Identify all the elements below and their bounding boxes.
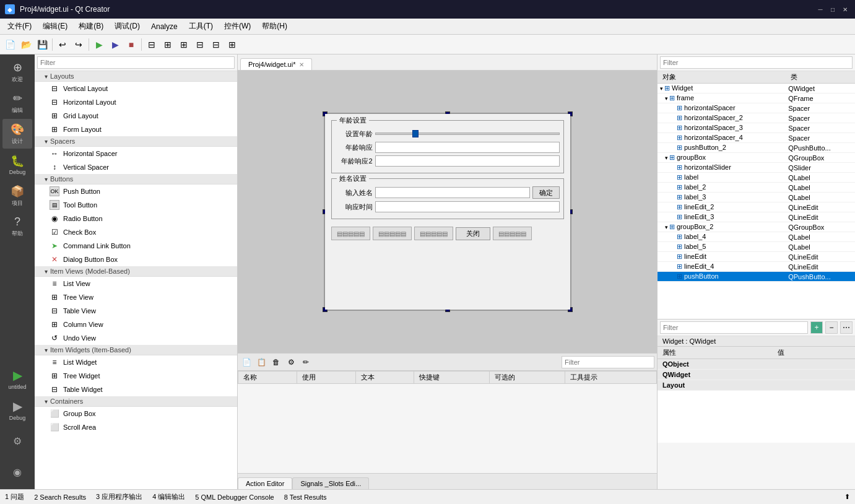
bottom-settings-icon[interactable]: ⚙ xyxy=(285,356,297,368)
menu-analyze[interactable]: Analyze xyxy=(146,21,183,32)
status-expand-icon[interactable]: ⬆ xyxy=(844,493,850,501)
widget-tool-button[interactable]: ▤ Tool Button xyxy=(35,198,237,212)
widget-tree-widget[interactable]: ⊞ Tree Widget xyxy=(35,369,237,383)
widget-horizontal-spacer[interactable]: ↔ Horizontal Spacer xyxy=(35,147,237,160)
age-response2-input[interactable] xyxy=(375,155,560,167)
widget-vertical-layout[interactable]: ⊟ Vertical Layout xyxy=(35,82,237,95)
status-app-output[interactable]: 3 应用程序输出 xyxy=(96,492,142,502)
props-add-button[interactable]: + xyxy=(810,321,823,334)
toolbar-run-btn[interactable]: ▶ xyxy=(92,37,106,52)
bottom-edit-icon[interactable]: ✏ xyxy=(300,356,312,368)
widget-radio-button[interactable]: ◉ Radio Button xyxy=(35,212,237,225)
object-tree-row[interactable]: ▾⊞lineEdit_2QLineEdit xyxy=(658,202,855,212)
object-tree-row[interactable]: ▾⊞label_2QLabel xyxy=(658,183,855,193)
menu-debug[interactable]: 调试(D) xyxy=(110,20,145,33)
object-tree-row[interactable]: ▾⊞horizontalSpacer_3Spacer xyxy=(658,123,855,133)
iconbar-debug-run[interactable]: ▶ Debug xyxy=(2,395,32,425)
status-search[interactable]: 2 Search Results xyxy=(34,493,86,501)
toolbar-open-btn[interactable]: 📂 xyxy=(19,37,33,52)
iconbar-design[interactable]: 🎨 设计 xyxy=(2,119,32,149)
design-canvas[interactable]: 年龄设置 设置年龄 年龄响应 xyxy=(324,113,571,311)
toolbar-stop-btn[interactable]: ■ xyxy=(124,37,139,52)
age-response-input[interactable] xyxy=(375,142,560,153)
status-problems[interactable]: 1 问题 xyxy=(5,492,24,502)
bottom-new-icon[interactable]: 📄 xyxy=(240,356,253,368)
object-tree-row[interactable]: ▾⊞pushButtonQPushButto... xyxy=(658,272,855,282)
status-compile-output[interactable]: 4 编辑输出 xyxy=(152,492,185,502)
right-filter-input[interactable] xyxy=(660,56,853,69)
tab-close-icon[interactable]: ✕ xyxy=(299,61,304,68)
bottom-copy-icon[interactable]: 📋 xyxy=(255,356,267,368)
minimize-button[interactable]: ─ xyxy=(815,4,825,14)
status-qml-debugger[interactable]: 5 QML Debugger Console xyxy=(195,493,274,501)
bottom-filter-input[interactable] xyxy=(562,356,654,368)
toolbar-layout2-btn[interactable]: ⊞ xyxy=(160,37,175,52)
widget-form-layout[interactable]: ⊞ Form Layout xyxy=(35,123,237,136)
iconbar-help[interactable]: ? 帮助 xyxy=(2,212,32,241)
object-tree-row[interactable]: ▾⊞label_5QLabel xyxy=(658,242,855,252)
section-buttons[interactable]: Buttons xyxy=(35,174,237,185)
close-button[interactable]: ✕ xyxy=(840,4,850,14)
object-tree-row[interactable]: ▾⊞groupBoxQGroupBox xyxy=(658,153,855,163)
tab-signals-slots[interactable]: Signals _Slots Edi... xyxy=(292,477,369,489)
section-item-widgets[interactable]: Item Widgets (Item-Based) xyxy=(35,345,237,355)
menu-controls[interactable]: 控件(W) xyxy=(219,20,256,33)
name-input[interactable] xyxy=(375,187,530,198)
object-tree-row[interactable]: ▾⊞label_4QLabel xyxy=(658,232,855,242)
menu-file[interactable]: 文件(F) xyxy=(2,20,37,33)
age-slider-container[interactable] xyxy=(375,128,560,139)
widget-check-box[interactable]: ☑ Check Box xyxy=(35,225,237,239)
widget-vertical-spacer[interactable]: ↕ Vertical Spacer xyxy=(35,160,237,174)
widget-list-widget[interactable]: ≡ List Widget xyxy=(35,355,237,369)
object-tree-row[interactable]: ▾⊞lineEdit_4QLineEdit xyxy=(658,262,855,272)
toolbar-layout6-btn[interactable]: ⊞ xyxy=(225,37,240,52)
widget-horizontal-layout[interactable]: ⊟ Horizontal Layout xyxy=(35,95,237,109)
toolbar-save-btn[interactable]: 💾 xyxy=(35,37,50,52)
widget-list-view[interactable]: ≡ List View xyxy=(35,277,237,290)
object-tree-row[interactable]: ▾⊞labelQLabel xyxy=(658,173,855,183)
object-tree-row[interactable]: ▾⊞horizontalSpacer_2Spacer xyxy=(658,113,855,123)
bottom-delete-icon[interactable]: 🗑 xyxy=(270,356,282,368)
widget-scroll-area[interactable]: ⬜ Scroll Area xyxy=(35,420,237,434)
widget-table-view[interactable]: ⊟ Table View xyxy=(35,304,237,318)
widget-filter-input[interactable] xyxy=(37,56,235,69)
canvas-close-button[interactable]: 关闭 xyxy=(456,227,490,240)
props-section-qwidget[interactable]: QWidget xyxy=(658,370,855,380)
section-item-views[interactable]: Item Views (Model-Based) xyxy=(35,266,237,277)
tab-widget-ui[interactable]: Proj4/widget.ui* ✕ xyxy=(240,58,312,70)
toolbar-layout4-btn[interactable]: ⊟ xyxy=(193,37,207,52)
tab-action-editor[interactable]: Action Editor xyxy=(238,477,292,489)
widget-group-box[interactable]: ⬜ Group Box xyxy=(35,407,237,420)
object-tree-row[interactable]: ▾⊞horizontalSpacer_4Spacer xyxy=(658,133,855,143)
status-test-results[interactable]: 8 Test Results xyxy=(284,493,327,501)
object-tree-row[interactable]: ▾⊞horizontalSliderQSlider xyxy=(658,163,855,173)
age-slider-track[interactable] xyxy=(375,133,560,135)
props-remove-button[interactable]: − xyxy=(825,321,838,334)
widget-undo-view[interactable]: ↺ Undo View xyxy=(35,331,237,345)
menu-edit[interactable]: 编辑(E) xyxy=(38,20,72,33)
object-tree-row[interactable]: ▾⊞pushButton_2QPushButto... xyxy=(658,143,855,153)
toolbar-layout3-btn[interactable]: ⊞ xyxy=(176,37,191,52)
iconbar-project[interactable]: 📦 项目 xyxy=(2,181,32,211)
menu-tools[interactable]: 工具(T) xyxy=(184,20,218,33)
age-slider-thumb[interactable] xyxy=(412,130,419,137)
iconbar-build[interactable]: ⚙ xyxy=(2,426,32,456)
props-section-qobject[interactable]: QObject xyxy=(658,359,855,370)
menu-build[interactable]: 构建(B) xyxy=(74,20,108,33)
widget-grid-layout[interactable]: ⊞ Grid Layout xyxy=(35,109,237,123)
widget-tree-view[interactable]: ⊞ Tree View xyxy=(35,290,237,304)
object-tree-row[interactable]: ▾⊞lineEditQLineEdit xyxy=(658,252,855,262)
widget-dialog-btn-box[interactable]: ✕ Dialog Button Box xyxy=(35,253,237,266)
props-section-layout[interactable]: Layout xyxy=(658,380,855,391)
widget-command-link[interactable]: ➤ Command Link Button xyxy=(35,239,237,253)
response-time-input[interactable] xyxy=(375,201,560,212)
toolbar-new-btn[interactable]: 📄 xyxy=(2,37,17,52)
toolbar-layout5-btn[interactable]: ⊟ xyxy=(209,37,224,52)
toolbar-redo-btn[interactable]: ↪ xyxy=(71,37,86,52)
iconbar-debug[interactable]: 🐛 Debug xyxy=(2,150,32,180)
canvas-area[interactable]: 年龄设置 设置年龄 年龄响应 xyxy=(238,71,657,353)
props-more-button[interactable]: ⋯ xyxy=(840,321,853,334)
widget-column-view[interactable]: ⊞ Column View xyxy=(35,318,237,331)
widget-table-widget[interactable]: ⊟ Table Widget xyxy=(35,383,237,396)
object-tree-row[interactable]: ▾⊞groupBox_2QGroupBox xyxy=(658,222,855,232)
